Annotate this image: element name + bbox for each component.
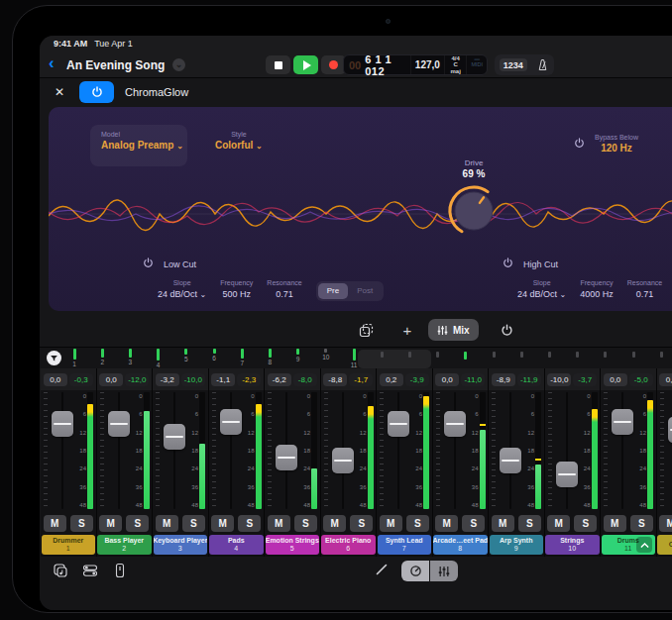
fader-lane[interactable]: [107, 390, 131, 511]
fader-cap[interactable]: [500, 448, 521, 473]
mix-view-button[interactable]: Mix: [428, 319, 479, 341]
fader-cap[interactable]: [668, 417, 672, 443]
ruler-tick[interactable]: 3: [123, 349, 137, 365]
mute-button[interactable]: M: [604, 515, 626, 532]
faders-mode-button[interactable]: [430, 561, 458, 581]
mute-button[interactable]: M: [211, 515, 234, 532]
mute-button[interactable]: M: [156, 515, 178, 532]
mute-button[interactable]: M: [268, 515, 290, 532]
play-button[interactable]: [293, 55, 318, 74]
track-name-bar[interactable]: Chorus V: [657, 535, 672, 555]
mixer-power-button[interactable]: [496, 319, 517, 341]
fader-cap[interactable]: [612, 409, 633, 435]
ruler-tick[interactable]: [487, 352, 501, 358]
style-selector[interactable]: Style Colorful ⌄: [215, 131, 263, 151]
mute-button[interactable]: M: [380, 515, 402, 532]
drive-control[interactable]: Drive 69 %: [439, 158, 508, 243]
fader-cap[interactable]: [276, 445, 297, 470]
back-chevron-icon[interactable]: ‹: [49, 53, 55, 73]
ruler-tick[interactable]: 5: [179, 349, 193, 362]
ruler-tick[interactable]: [654, 352, 668, 358]
solo-button[interactable]: S: [294, 515, 317, 532]
mute-button[interactable]: M: [547, 515, 570, 532]
collapse-chevron-button[interactable]: [636, 537, 652, 553]
fader-lane[interactable]: [611, 390, 634, 511]
song-menu-chevron-icon[interactable]: ⌄: [172, 58, 185, 71]
low-cut-slope[interactable]: Slope 24 dB/Oct ⌄: [158, 279, 206, 299]
low-cut-resonance[interactable]: Resonance 0.71: [267, 279, 301, 299]
song-title[interactable]: An Evening Song: [66, 58, 165, 72]
track-name-bar[interactable]: Drums11: [602, 535, 656, 555]
solo-button[interactable]: S: [126, 515, 149, 532]
track-name-bar[interactable]: Arcade…eet Pad8: [433, 535, 488, 555]
ruler-tick[interactable]: 11: [347, 349, 361, 368]
low-cut-power-button[interactable]: [143, 258, 154, 270]
mute-button[interactable]: M: [659, 515, 672, 532]
fader-lane[interactable]: [163, 390, 186, 511]
plugin-power-button[interactable]: [79, 81, 114, 103]
fader-cap[interactable]: [332, 448, 354, 473]
track-name-bar[interactable]: Keyboard Player3: [154, 535, 208, 555]
editor-button[interactable]: [112, 563, 128, 582]
filter-tracks-button[interactable]: [47, 351, 61, 365]
fader-lane[interactable]: [443, 390, 467, 511]
bypass-below-control[interactable]: Bypass Below 120 Hz: [595, 134, 638, 154]
fader-cap[interactable]: [220, 409, 242, 435]
lcd-display[interactable]: 00 6 1 1 012 127,0 4/4 C maj ▬ MIDI: [343, 54, 488, 75]
track-name-bar[interactable]: Drummer1: [42, 535, 96, 555]
pre-button[interactable]: Pre: [318, 283, 348, 299]
mute-button[interactable]: M: [435, 515, 458, 532]
ruler-tick[interactable]: 4: [152, 349, 166, 368]
ruler-tick[interactable]: [599, 352, 613, 358]
ruler-tick[interactable]: [571, 352, 585, 358]
fader-lane[interactable]: [219, 390, 243, 511]
fader-lane[interactable]: [331, 390, 355, 511]
fader-lane[interactable]: [387, 390, 410, 511]
drive-knob[interactable]: [446, 183, 502, 239]
mute-button[interactable]: M: [323, 515, 346, 532]
fader-lane[interactable]: [499, 390, 522, 511]
ruler-tick[interactable]: 9: [291, 349, 305, 362]
pencil-tool-button[interactable]: [375, 563, 389, 580]
fader-lane[interactable]: [667, 390, 672, 511]
ruler-tick[interactable]: 6: [207, 349, 221, 362]
track-name-bar[interactable]: Emotion Strings5: [266, 535, 320, 555]
ruler-tick[interactable]: [459, 352, 473, 360]
fader-cap[interactable]: [164, 424, 185, 450]
ruler-tick[interactable]: 8: [263, 349, 277, 365]
track-name-bar[interactable]: Strings10: [545, 535, 600, 555]
solo-button[interactable]: S: [574, 515, 597, 532]
ruler-tick[interactable]: 1: [67, 349, 81, 367]
ruler-tick[interactable]: [402, 352, 416, 358]
loop-browser-button[interactable]: [53, 563, 68, 582]
fader-cap[interactable]: [556, 462, 578, 487]
ruler-tick[interactable]: 7: [235, 349, 249, 366]
knobs-mode-button[interactable]: [401, 561, 429, 581]
track-name-bar[interactable]: Electric Piano6: [321, 535, 376, 555]
track-name-bar[interactable]: Bass Player2: [97, 535, 152, 555]
model-selector[interactable]: Model Analog Preamp ⌄: [90, 125, 187, 166]
fader-cap[interactable]: [52, 411, 73, 437]
fader-cap[interactable]: [388, 411, 409, 437]
mute-button[interactable]: M: [492, 515, 514, 532]
bypass-power-button[interactable]: [574, 135, 585, 153]
track-name-bar[interactable]: Synth Lead7: [378, 535, 432, 555]
count-in-button[interactable]: 1234: [500, 58, 527, 71]
ruler-tick[interactable]: [542, 352, 556, 358]
solo-button[interactable]: S: [406, 515, 429, 532]
ruler-tick[interactable]: 10: [319, 349, 333, 361]
ruler-tick[interactable]: 2: [95, 349, 109, 365]
solo-button[interactable]: S: [70, 515, 93, 532]
solo-button[interactable]: S: [518, 515, 541, 532]
fader-cap[interactable]: [108, 411, 130, 437]
ruler-tick[interactable]: [431, 352, 445, 358]
ruler-tick[interactable]: [514, 352, 528, 358]
solo-button[interactable]: S: [462, 515, 485, 532]
solo-button[interactable]: S: [238, 515, 261, 532]
ruler-tick[interactable]: [626, 352, 640, 358]
fader-cap[interactable]: [444, 411, 466, 437]
stop-button[interactable]: [266, 55, 290, 74]
add-track-button[interactable]: +: [396, 319, 418, 341]
post-button[interactable]: Post: [348, 283, 382, 299]
low-cut-frequency[interactable]: Frequency 500 Hz: [220, 279, 253, 299]
